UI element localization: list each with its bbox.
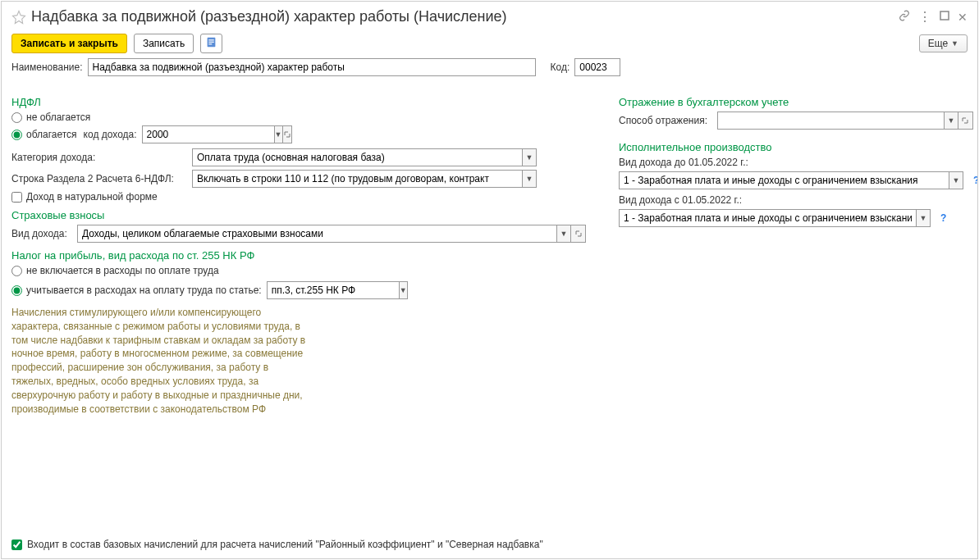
method-label: Способ отражения: [619, 115, 707, 126]
code-label: Код: [551, 61, 570, 73]
ndfl-section-title: НДФЛ [11, 96, 586, 108]
insurance-section-title: Страховые взносы [11, 209, 586, 221]
ndfl-taxed-label: облагается [26, 129, 77, 140]
profit-tax-section-title: Налог на прибыль, вид расхода по ст. 255… [11, 249, 586, 262]
enforcement-after-dropdown[interactable]: ▼ [916, 209, 931, 227]
income-type-label: Вид дохода: [11, 228, 67, 239]
enforcement-before-input[interactable] [619, 171, 949, 189]
enforcement-section-title: Исполнительное производство [619, 141, 977, 153]
income-code-label: код дохода: [84, 129, 137, 140]
report-button[interactable] [200, 34, 222, 53]
ndfl-not-taxed-label: не облагается [26, 112, 90, 123]
accounting-section-title: Отражение в бухгалтерском учете [619, 96, 977, 108]
window-title: Надбавка за подвижной (разъездной) харак… [31, 8, 899, 25]
category-dropdown[interactable]: ▼ [522, 148, 537, 166]
natural-form-checkbox[interactable] [11, 192, 22, 203]
category-label: Категория дохода: [11, 152, 182, 163]
enforcement-after-input[interactable] [619, 209, 916, 227]
save-close-button[interactable]: Записать и закрыть [11, 34, 127, 53]
name-input[interactable] [88, 58, 536, 76]
pt-not-included-label: не включается в расходы по оплате труда [26, 265, 219, 276]
more-button[interactable]: Еще ▼ [919, 34, 968, 52]
pt-included-label: учитывается в расходах на оплату труда п… [26, 285, 262, 296]
income-code-dropdown[interactable]: ▼ [274, 125, 283, 143]
section2-dropdown[interactable]: ▼ [522, 170, 537, 188]
maximize-icon[interactable] [940, 11, 949, 23]
enforcement-after-label: Вид дохода с 01.05.2022 г.: [619, 194, 977, 206]
pt-not-included-radio[interactable] [11, 266, 22, 276]
svg-rect-4 [208, 43, 212, 44]
help-icon[interactable]: ? [973, 175, 977, 186]
svg-rect-2 [208, 39, 214, 40]
base-accrual-checkbox[interactable] [11, 540, 22, 550]
svg-rect-3 [208, 42, 214, 43]
ndfl-not-taxed-radio[interactable] [11, 112, 22, 123]
section2-label: Строка Раздела 2 Расчета 6-НДФЛ: [11, 173, 182, 184]
profit-tax-description: Начисления стимулирующего и/или компенси… [11, 306, 307, 416]
code-input[interactable] [574, 58, 620, 76]
income-type-open[interactable] [571, 225, 586, 243]
close-icon[interactable]: ✕ [958, 11, 968, 24]
save-button[interactable]: Записать [134, 34, 194, 53]
pt-included-radio[interactable] [11, 285, 22, 296]
base-accrual-label: Входит в состав базовых начислений для р… [27, 539, 543, 550]
ndfl-taxed-radio[interactable] [11, 130, 22, 140]
income-code-open[interactable] [283, 125, 292, 143]
income-type-input[interactable] [77, 225, 556, 243]
method-open[interactable] [958, 112, 973, 130]
menu-dots-icon[interactable]: ⋮ [918, 9, 931, 25]
pt-article-dropdown[interactable]: ▼ [399, 281, 408, 299]
income-type-dropdown[interactable]: ▼ [556, 225, 571, 243]
attach-icon[interactable] [899, 10, 910, 24]
svg-rect-0 [940, 11, 949, 20]
help-icon[interactable]: ? [940, 212, 946, 224]
enforcement-before-dropdown[interactable]: ▼ [949, 171, 963, 189]
pt-article-input[interactable] [267, 281, 399, 299]
category-input[interactable] [192, 148, 522, 166]
method-input[interactable] [717, 112, 944, 130]
natural-form-label: Доход в натуральной форме [26, 191, 158, 203]
favorite-star-icon[interactable] [11, 10, 26, 25]
enforcement-before-label: Вид дохода до 01.05.2022 г.: [619, 157, 977, 168]
chevron-down-icon: ▼ [951, 39, 958, 48]
income-code-input[interactable] [142, 125, 274, 143]
section2-input[interactable] [192, 170, 522, 188]
method-dropdown[interactable]: ▼ [944, 112, 958, 130]
name-label: Наименование: [11, 61, 83, 73]
